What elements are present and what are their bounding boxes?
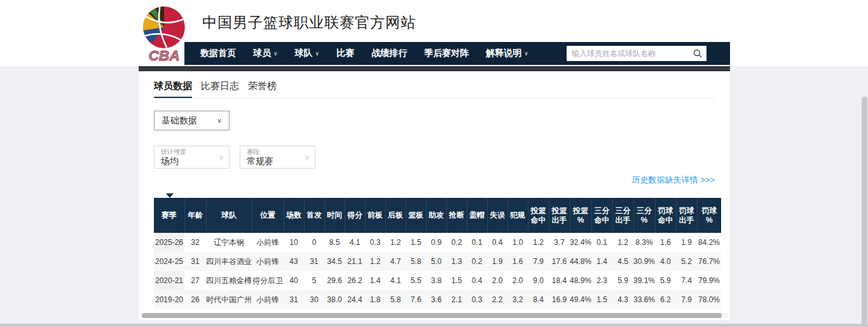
cell: 0.4	[487, 233, 507, 252]
cell: 辽宁本钢	[206, 233, 252, 252]
nav-item-4[interactable]: 比赛	[336, 48, 354, 59]
cell: 0.4	[467, 271, 487, 290]
nav-item-1[interactable]: 数据首页	[200, 48, 236, 59]
cell: 0	[304, 233, 324, 252]
stat-dimension-select[interactable]: 统计维度 场均 ∨	[154, 146, 230, 169]
horizontal-scrollbar-thumb[interactable]	[142, 313, 722, 318]
cell: 3.2	[507, 290, 528, 309]
page-title: 中国男子篮球职业联赛官方网站	[202, 13, 416, 32]
cell: 0.2	[467, 252, 487, 271]
cell: 四川五粮金樽	[206, 271, 252, 290]
horizontal-scrollbar-track[interactable]	[141, 313, 728, 318]
column-header: 位置	[252, 198, 284, 233]
cell: 26	[184, 290, 206, 309]
cell: 8.4	[528, 290, 549, 309]
cell: 16.9	[549, 290, 570, 309]
column-header: 年龄	[184, 198, 206, 233]
cell: 得分后卫	[252, 271, 284, 290]
tab-2[interactable]: 比赛日志	[201, 80, 239, 98]
cell: 3.6	[426, 290, 446, 309]
cell: 32.4%	[570, 233, 591, 252]
player-stats-table: 赛季年龄球队位置场数首发时间得分前板后板篮板助攻抢断盖帽失误犯规投篮 命中投篮 …	[154, 198, 721, 309]
cell: 43	[284, 252, 304, 271]
cell: 1.5	[446, 271, 467, 290]
logo-cba-text: CBA	[148, 47, 179, 64]
search-input[interactable]	[572, 46, 692, 60]
column-header: 时间	[324, 198, 345, 233]
cell: 4.0	[655, 252, 676, 271]
cell: 5.9	[612, 271, 633, 290]
column-header: 球队	[206, 198, 252, 233]
cell: 5.8	[406, 252, 426, 271]
stage-select[interactable]: 赛段 常规赛 ∨	[240, 146, 315, 169]
cell: 44.8%	[570, 252, 591, 271]
vertical-scrollbar-thumb[interactable]	[862, 97, 867, 327]
nav-item-2[interactable]: 球员∨	[253, 48, 278, 59]
cell: 30	[304, 290, 324, 309]
cell: 5.8	[385, 290, 406, 309]
history-data-missing-link[interactable]: 历史数据缺失详情 >>>	[632, 175, 715, 184]
cell: 1.9	[676, 233, 697, 252]
column-header: 投篮 出手	[549, 198, 570, 233]
data-type-select[interactable]: 基础数据 ∨	[154, 111, 230, 130]
cell: 84.2%	[697, 233, 721, 252]
column-header: 前板	[365, 198, 385, 233]
cell: 39.1%	[633, 271, 655, 290]
cell: 40	[284, 271, 304, 290]
cell: 79.9%	[697, 271, 721, 290]
nav-list: 数据首页球员∨球队∨比赛战绩排行季后赛对阵解释说明∨	[200, 48, 546, 59]
column-header: 后板	[385, 198, 406, 233]
tab-1[interactable]: 球员数据	[154, 80, 192, 98]
column-header: 失误	[487, 198, 507, 233]
cell: 小前锋	[252, 252, 284, 271]
table-header-row: 赛季年龄球队位置场数首发时间得分前板后板篮板助攻抢断盖帽失误犯规投篮 命中投篮 …	[154, 198, 721, 233]
nav-item-6[interactable]: 季后赛对阵	[424, 48, 469, 59]
cell: 2020-21	[154, 271, 184, 290]
column-header: 助攻	[426, 198, 446, 233]
cell: 1.2	[528, 233, 549, 252]
tab-3[interactable]: 荣誉榜	[248, 80, 277, 98]
cell: 1.2	[612, 233, 633, 252]
table-row: 2019-2026时代中国广州小前锋313038.024.41.85.87.63…	[154, 290, 721, 309]
cell: 5	[304, 271, 324, 290]
cell: 5.9	[655, 271, 676, 290]
cell: 34.5	[324, 252, 345, 271]
cell: 1.5	[591, 290, 612, 309]
cell: 8.3%	[633, 233, 655, 252]
search-icon[interactable]	[693, 49, 702, 58]
header-divider-strip	[139, 66, 730, 71]
cell: 38.0	[324, 290, 345, 309]
cell: 1.8	[365, 290, 385, 309]
cell: 78.0%	[697, 290, 721, 309]
table-row: 2020-2127四川五粮金樽得分后卫40529.626.21.44.15.53…	[154, 271, 721, 290]
nav-item-7[interactable]: 解释说明∨	[486, 48, 528, 59]
chevron-down-icon: ∨	[315, 50, 320, 57]
cell: 小前锋	[252, 290, 284, 309]
cell: 4.3	[612, 290, 633, 309]
stats-table-wrap: 赛季年龄球队位置场数首发时间得分前板后板篮板助攻抢断盖帽失误犯规投篮 命中投篮 …	[154, 198, 715, 309]
cell: 17.6	[549, 252, 570, 271]
cell: 1.4	[591, 252, 612, 271]
cell: 31	[304, 252, 324, 271]
column-header: 投篮 %	[570, 198, 591, 233]
history-link-row: 历史数据缺失详情 >>>	[154, 174, 715, 185]
tab-bar: 球员数据比赛日志荣誉榜	[154, 80, 715, 99]
cell: 49.4%	[570, 290, 591, 309]
cell: 2.3	[591, 271, 612, 290]
cell: 24.4	[345, 290, 365, 309]
column-header: 三分 %	[633, 198, 655, 233]
top-header: CBA 中国男子篮球职业联赛官方网站 数据首页球员∨球队∨比赛战绩排行季后赛对阵…	[0, 0, 868, 66]
main-navbar: 数据首页球员∨球队∨比赛战绩排行季后赛对阵解释说明∨	[184, 42, 730, 65]
chevron-down-icon: ∨	[217, 116, 222, 125]
cell: 4.1	[345, 233, 365, 252]
cell: 7.9	[528, 252, 549, 271]
filter-row: 统计维度 场均 ∨ 赛段 常规赛 ∨	[154, 146, 715, 169]
cell: 27	[184, 271, 206, 290]
chevron-down-icon: ∨	[219, 153, 224, 162]
window-bottom-scrollbar[interactable]	[0, 324, 868, 327]
nav-item-5[interactable]: 战绩排行	[371, 48, 407, 59]
nav-item-3[interactable]: 球队∨	[295, 48, 320, 59]
cell: 1.4	[365, 271, 385, 290]
cell: 0.1	[467, 233, 487, 252]
cba-logo[interactable]: CBA	[137, 4, 191, 64]
